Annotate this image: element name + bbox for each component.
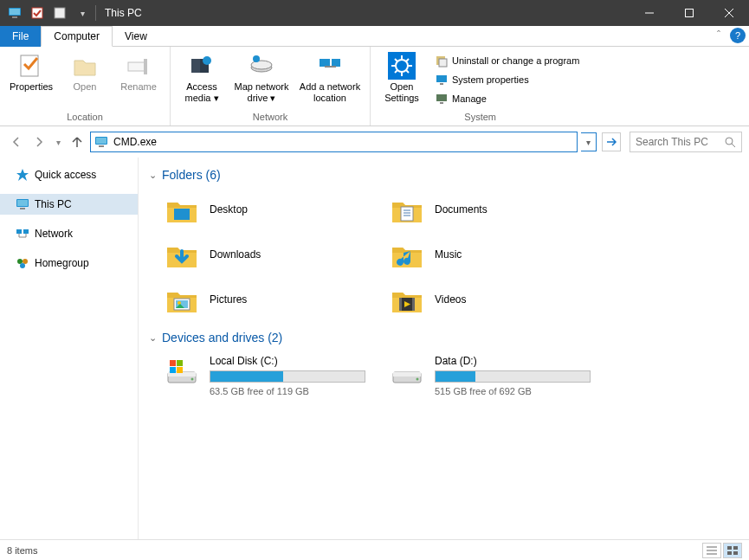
open-settings-button[interactable]: Open Settings	[376, 50, 428, 106]
network-icon	[16, 227, 29, 241]
search-input[interactable]	[636, 136, 721, 148]
folders-header[interactable]: ⌄ Folders (6)	[149, 168, 739, 182]
navbar: ▾ ▾	[0, 126, 749, 158]
manage-button[interactable]: Manage	[431, 90, 583, 107]
manage-icon	[435, 92, 449, 106]
uninstall-button[interactable]: Uninstall or change a program	[431, 52, 583, 69]
settings-icon	[388, 52, 416, 80]
system-properties-button[interactable]: System properties	[431, 71, 583, 88]
map-drive-icon	[248, 52, 275, 80]
ribbon-group-system: Open Settings Uninstall or change a prog…	[371, 47, 590, 126]
up-button[interactable]	[68, 132, 87, 151]
access-media-icon	[188, 52, 216, 80]
content-pane: ⌄ Folders (6) DesktopDocumentsDownloadsM…	[139, 158, 749, 539]
statusbar: 8 items	[0, 539, 749, 560]
sidebar-item-quickaccess[interactable]: Quick access	[0, 164, 138, 185]
ribbon-collapse-icon[interactable]: ˆ	[711, 28, 726, 43]
drive-usage-bar	[210, 370, 365, 383]
svg-rect-72	[177, 367, 183, 373]
svg-rect-54	[174, 209, 190, 220]
svg-point-53	[20, 263, 25, 268]
dropdown-icon[interactable]: ▾	[73, 3, 92, 23]
folder-item[interactable]: Desktop	[161, 189, 369, 230]
svg-rect-3	[32, 8, 42, 18]
svg-rect-46	[16, 229, 22, 234]
address-bar[interactable]	[90, 132, 578, 152]
folder-item[interactable]: Music	[386, 234, 594, 275]
drive-item[interactable]: Local Disk (C:) 63.5 GB free of 119 GB	[161, 351, 369, 400]
minimize-button[interactable]	[630, 0, 669, 26]
menubar: File Computer View ˆ ?	[0, 26, 749, 47]
quickaccess-newfolder-icon[interactable]	[50, 3, 69, 23]
pc-icon	[94, 135, 108, 149]
svg-rect-2	[12, 16, 17, 18]
svg-rect-71	[170, 367, 176, 373]
svg-rect-69	[170, 360, 176, 366]
open-icon	[71, 52, 99, 80]
svg-rect-34	[440, 83, 443, 85]
folder-label: Documents	[435, 203, 487, 216]
drives-header[interactable]: ⌄ Devices and drives (2)	[149, 331, 739, 344]
drive-free-text: 63.5 GB free of 119 GB	[210, 386, 365, 396]
svg-rect-80	[733, 546, 738, 550]
menu-tab-view[interactable]: View	[113, 26, 159, 47]
go-button[interactable]	[602, 132, 621, 151]
svg-rect-47	[23, 229, 29, 234]
view-details-button[interactable]	[702, 543, 721, 558]
svg-rect-35	[436, 94, 447, 101]
back-button[interactable]	[7, 132, 26, 151]
close-button[interactable]	[709, 0, 749, 26]
sidebar-item-thispc[interactable]: This PC	[0, 194, 138, 215]
svg-point-17	[253, 55, 260, 62]
folder-item[interactable]: Downloads	[161, 234, 369, 275]
folder-label: Pictures	[210, 293, 247, 306]
folder-icon	[165, 282, 199, 317]
svg-rect-11	[144, 59, 147, 74]
access-media-button[interactable]: Access media ▾	[176, 50, 228, 106]
ribbon-group-location: Properties Open Rename Location	[0, 47, 171, 126]
uninstall-icon	[435, 54, 449, 68]
ribbon-group-system-label: System	[376, 110, 584, 124]
svg-point-75	[416, 378, 419, 381]
view-icons-button[interactable]	[723, 543, 742, 558]
forward-button[interactable]	[29, 132, 48, 151]
folder-item[interactable]: Videos	[386, 279, 594, 320]
help-icon[interactable]: ?	[730, 28, 746, 43]
map-drive-button[interactable]: Map network drive ▾	[229, 50, 294, 106]
add-location-icon	[316, 52, 344, 80]
svg-rect-4	[55, 8, 65, 18]
folder-icon	[390, 237, 424, 272]
svg-rect-81	[727, 551, 732, 555]
maximize-button[interactable]	[669, 0, 709, 26]
rename-button: Rename	[113, 50, 165, 94]
address-input[interactable]	[113, 136, 573, 148]
drive-name: Local Disk (C:)	[210, 355, 365, 367]
properties-button[interactable]: Properties	[5, 50, 57, 94]
open-button: Open	[59, 50, 111, 94]
svg-rect-32	[439, 59, 447, 67]
search-icon	[725, 137, 736, 148]
menu-file[interactable]: File	[0, 26, 41, 47]
svg-point-16	[251, 61, 272, 69]
ribbon-group-network: Access media ▾ Map network drive ▾ Add a…	[171, 47, 371, 126]
quickaccess-properties-icon[interactable]	[28, 3, 47, 23]
search-box[interactable]	[630, 132, 742, 152]
address-dropdown[interactable]: ▾	[581, 132, 597, 151]
svg-rect-74	[393, 372, 421, 377]
svg-rect-39	[99, 145, 104, 147]
menu-tab-computer[interactable]: Computer	[41, 26, 113, 47]
chevron-down-icon: ⌄	[149, 332, 157, 344]
svg-rect-38	[96, 138, 107, 144]
folder-item[interactable]: Documents	[386, 189, 594, 230]
drive-item[interactable]: Data (D:) 515 GB free of 692 GB	[386, 351, 594, 400]
recent-dropdown[interactable]: ▾	[52, 132, 64, 151]
folder-label: Downloads	[210, 248, 261, 261]
folder-item[interactable]: Pictures	[161, 279, 369, 320]
chevron-down-icon: ⌄	[149, 170, 157, 181]
folder-icon	[390, 192, 424, 227]
add-location-button[interactable]: Add a network location	[295, 50, 365, 106]
sidebar-item-homegroup[interactable]: Homegroup	[0, 253, 138, 274]
drive-icon	[390, 355, 424, 389]
sidebar-item-network[interactable]: Network	[0, 223, 138, 244]
svg-point-51	[17, 259, 23, 264]
